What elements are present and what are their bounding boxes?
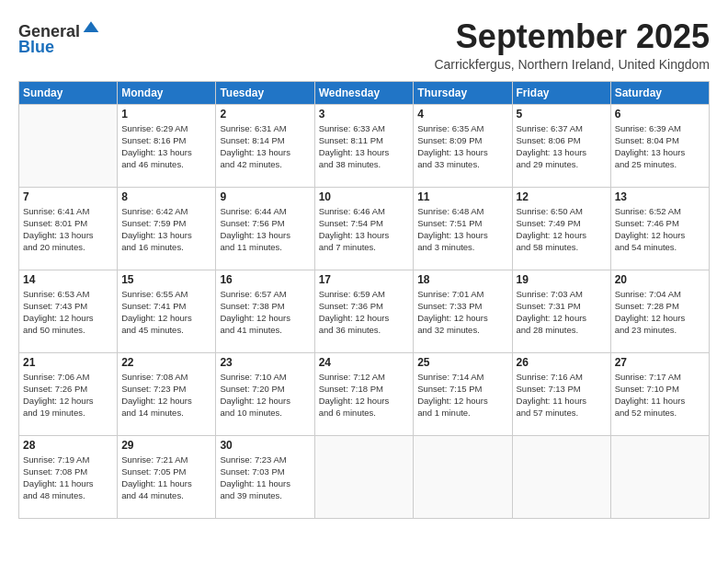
- day-info-line: Sunrise: 6:35 AM: [417, 122, 507, 134]
- day-info-line: Daylight: 12 hours: [517, 312, 607, 324]
- day-info-line: Sunrise: 7:01 AM: [417, 288, 507, 300]
- logo: General Blue: [18, 18, 100, 57]
- calendar-cell: 19Sunrise: 7:03 AMSunset: 7:31 PMDayligh…: [512, 270, 610, 352]
- day-number: 17: [319, 273, 410, 286]
- day-number: 14: [23, 273, 113, 286]
- day-info-line: Sunset: 7:49 PM: [517, 217, 607, 229]
- day-info-line: Sunrise: 6:48 AM: [417, 205, 507, 217]
- day-info-line: Sunset: 7:51 PM: [417, 217, 507, 229]
- day-info-line: Sunset: 8:11 PM: [319, 134, 410, 146]
- day-info-line: Sunrise: 7:21 AM: [121, 454, 211, 465]
- day-info-line: Sunset: 7:36 PM: [319, 300, 410, 312]
- calendar-cell: 4Sunrise: 6:35 AMSunset: 8:09 PMDaylight…: [414, 104, 512, 187]
- day-number: 18: [417, 273, 507, 286]
- day-info-line: and 41 minutes.: [220, 324, 310, 336]
- day-info-line: Sunset: 7:43 PM: [23, 300, 113, 312]
- calendar-cell: 7Sunrise: 6:41 AMSunset: 8:01 PMDaylight…: [19, 187, 118, 270]
- day-number: 12: [517, 190, 607, 203]
- day-info-line: Daylight: 13 hours: [319, 229, 410, 241]
- calendar-cell: 26Sunrise: 7:16 AMSunset: 7:13 PMDayligh…: [512, 352, 610, 435]
- calendar-cell: 30Sunrise: 7:23 AMSunset: 7:03 PMDayligh…: [216, 435, 314, 518]
- day-info-line: Sunset: 7:46 PM: [615, 217, 705, 229]
- day-info-line: Sunrise: 6:37 AM: [517, 122, 607, 134]
- day-info-line: and 39 minutes.: [220, 489, 310, 501]
- day-number: 24: [319, 356, 410, 369]
- day-info-line: Daylight: 11 hours: [615, 395, 705, 407]
- calendar-cell: 16Sunrise: 6:57 AMSunset: 7:38 PMDayligh…: [216, 270, 314, 352]
- calendar-cell: [314, 435, 414, 518]
- day-number: 25: [417, 356, 507, 369]
- day-info-line: and 46 minutes.: [121, 158, 211, 170]
- day-info-line: Sunrise: 6:57 AM: [220, 288, 310, 300]
- day-info-line: Sunrise: 6:44 AM: [220, 205, 310, 217]
- day-info-line: Sunset: 8:09 PM: [417, 134, 507, 146]
- day-info-line: and 20 minutes.: [23, 241, 113, 253]
- day-info-line: Daylight: 12 hours: [220, 395, 310, 407]
- day-info-line: Sunrise: 7:10 AM: [220, 371, 310, 383]
- day-number: 8: [121, 190, 211, 203]
- day-info-line: Sunrise: 6:39 AM: [615, 122, 705, 134]
- calendar-week-row: 7Sunrise: 6:41 AMSunset: 8:01 PMDaylight…: [19, 187, 710, 270]
- day-info-line: Daylight: 13 hours: [23, 229, 113, 241]
- logo-blue: Blue: [18, 38, 54, 57]
- day-number: 20: [615, 273, 705, 286]
- calendar-week-row: 1Sunrise: 6:29 AMSunset: 8:16 PMDaylight…: [19, 104, 710, 187]
- day-info-line: and 50 minutes.: [23, 324, 113, 336]
- calendar-cell: 6Sunrise: 6:39 AMSunset: 8:04 PMDaylight…: [610, 104, 709, 187]
- day-info-line: Sunrise: 7:03 AM: [517, 288, 607, 300]
- day-info-line: Sunset: 7:05 PM: [121, 465, 211, 477]
- day-info-line: Sunset: 7:41 PM: [121, 300, 211, 312]
- day-info-line: Daylight: 13 hours: [615, 146, 705, 158]
- day-info-line: and 33 minutes.: [417, 158, 507, 170]
- day-info-line: Sunset: 8:16 PM: [121, 134, 211, 146]
- calendar-cell: 11Sunrise: 6:48 AMSunset: 7:51 PMDayligh…: [414, 187, 512, 270]
- calendar-cell: 10Sunrise: 6:46 AMSunset: 7:54 PMDayligh…: [314, 187, 414, 270]
- day-info-line: Daylight: 12 hours: [615, 229, 705, 241]
- day-info-line: and 36 minutes.: [319, 324, 410, 336]
- day-info-line: Sunrise: 6:53 AM: [23, 288, 113, 300]
- calendar-header-row: SundayMondayTuesdayWednesdayThursdayFrid…: [19, 81, 710, 104]
- calendar: SundayMondayTuesdayWednesdayThursdayFrid…: [18, 81, 710, 519]
- calendar-cell: [414, 435, 512, 518]
- day-info-line: Sunrise: 6:52 AM: [615, 205, 705, 217]
- day-info-line: Daylight: 12 hours: [23, 395, 113, 407]
- day-info-line: and 11 minutes.: [220, 241, 310, 253]
- day-info-line: and 42 minutes.: [220, 158, 310, 170]
- calendar-cell: 28Sunrise: 7:19 AMSunset: 7:08 PMDayligh…: [19, 435, 118, 518]
- day-number: 9: [220, 190, 310, 203]
- calendar-cell: 15Sunrise: 6:55 AMSunset: 7:41 PMDayligh…: [118, 270, 216, 352]
- day-info-line: and 16 minutes.: [121, 241, 211, 253]
- day-info-line: and 32 minutes.: [417, 324, 507, 336]
- calendar-week-row: 14Sunrise: 6:53 AMSunset: 7:43 PMDayligh…: [19, 270, 710, 352]
- day-info-line: Sunrise: 6:50 AM: [517, 205, 607, 217]
- day-info-line: Sunset: 7:20 PM: [220, 383, 310, 395]
- calendar-cell: [610, 435, 709, 518]
- day-info-line: Sunset: 7:54 PM: [319, 217, 410, 229]
- day-info-line: and 10 minutes.: [220, 407, 310, 419]
- day-info-line: Sunrise: 6:33 AM: [319, 122, 410, 134]
- calendar-cell: 22Sunrise: 7:08 AMSunset: 7:23 PMDayligh…: [118, 352, 216, 435]
- day-info-line: Daylight: 12 hours: [23, 312, 113, 324]
- calendar-week-row: 28Sunrise: 7:19 AMSunset: 7:08 PMDayligh…: [19, 435, 710, 518]
- day-info-line: and 25 minutes.: [615, 158, 705, 170]
- calendar-cell: 23Sunrise: 7:10 AMSunset: 7:20 PMDayligh…: [216, 352, 314, 435]
- svg-marker-0: [84, 21, 99, 32]
- day-info-line: and 23 minutes.: [615, 324, 705, 336]
- day-info-line: Sunrise: 7:16 AM: [517, 371, 607, 383]
- day-info-line: Sunrise: 7:17 AM: [615, 371, 705, 383]
- calendar-cell: [19, 104, 118, 187]
- logo-icon: [82, 18, 100, 37]
- calendar-cell: 27Sunrise: 7:17 AMSunset: 7:10 PMDayligh…: [610, 352, 709, 435]
- day-info-line: Sunset: 7:08 PM: [23, 465, 113, 477]
- day-info-line: Daylight: 13 hours: [417, 229, 507, 241]
- day-info-line: and 28 minutes.: [517, 324, 607, 336]
- day-info-line: Sunrise: 7:14 AM: [417, 371, 507, 383]
- day-info-line: Sunset: 7:28 PM: [615, 300, 705, 312]
- title-block: September 2025 Carrickfergus, Northern I…: [434, 18, 710, 72]
- day-info-line: Sunset: 7:18 PM: [319, 383, 410, 395]
- calendar-cell: 14Sunrise: 6:53 AMSunset: 7:43 PMDayligh…: [19, 270, 118, 352]
- day-info-line: and 6 minutes.: [319, 407, 410, 419]
- day-info-line: Sunset: 7:59 PM: [121, 217, 211, 229]
- day-info-line: Daylight: 12 hours: [417, 312, 507, 324]
- day-info-line: Sunrise: 7:23 AM: [220, 454, 310, 465]
